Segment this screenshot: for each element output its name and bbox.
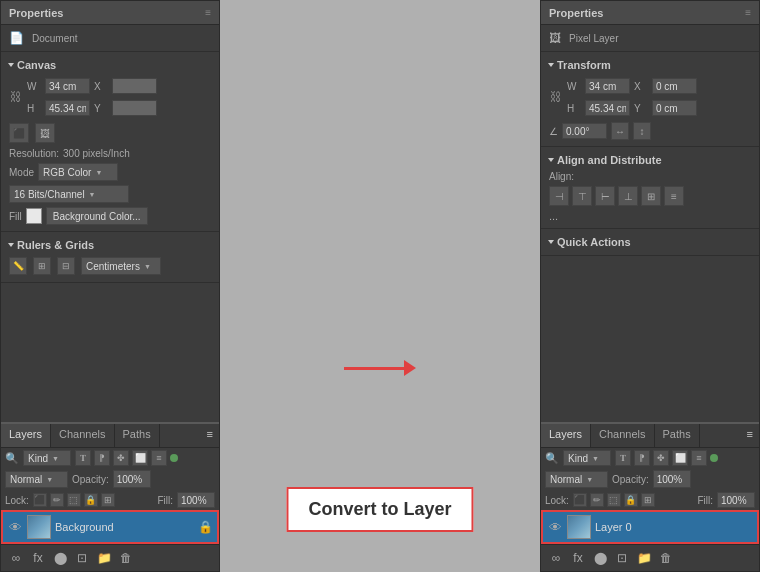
right-bottom-icon4[interactable]: ⊡ <box>613 549 631 567</box>
right-tab-channels[interactable]: Channels <box>591 424 654 447</box>
right-h-input[interactable] <box>585 100 630 116</box>
left-bottom-icon4[interactable]: ⊡ <box>73 549 91 567</box>
left-blend-dropdown[interactable]: Normal <box>5 471 68 488</box>
align-btn2[interactable]: ⊤ <box>572 186 592 206</box>
right-bottom-icon3[interactable]: ⬤ <box>591 549 609 567</box>
left-lock-icon4[interactable]: 🔒 <box>84 493 98 507</box>
right-lock-label: Lock: <box>545 495 569 506</box>
left-layer-lock-icon: 🔒 <box>198 520 213 534</box>
left-filter1[interactable]: 𝐓 <box>75 450 91 466</box>
left-bottom-icon1[interactable]: ∞ <box>7 549 25 567</box>
left-lock-icon1[interactable]: ⬛ <box>33 493 47 507</box>
right-layer-eye-icon[interactable]: 👁 <box>547 519 563 535</box>
right-w-label: W <box>567 81 581 92</box>
align-more: ... <box>549 208 751 224</box>
right-x-input[interactable] <box>652 78 697 94</box>
right-w-input[interactable] <box>585 78 630 94</box>
rotate-icon1[interactable]: ↔ <box>611 122 629 140</box>
right-bottom-icon1[interactable]: ∞ <box>547 549 565 567</box>
wh-link-icon: ⛓ <box>9 87 23 107</box>
right-panel-menu-icon[interactable]: ≡ <box>745 7 751 18</box>
arrow-line <box>344 367 404 370</box>
rotate-input[interactable] <box>562 123 607 139</box>
left-background-layer[interactable]: 👁 Background 🔒 <box>1 510 219 544</box>
left-opacity-input[interactable] <box>113 470 151 488</box>
left-filter-dot <box>170 454 178 462</box>
right-opacity-label: Opacity: <box>612 474 649 485</box>
canvas-icon1[interactable]: ⬛ <box>9 123 29 143</box>
left-layer-eye-icon[interactable]: 👁 <box>7 519 23 535</box>
mode-dropdown[interactable]: RGB Color <box>38 163 118 181</box>
ruler-unit-dropdown[interactable]: Centimeters <box>81 257 161 275</box>
right-filter2[interactable]: ⁋ <box>634 450 650 466</box>
right-y-input[interactable] <box>652 100 697 116</box>
right-pixel-label: Pixel Layer <box>569 33 618 44</box>
right-filter5[interactable]: ≡ <box>691 450 707 466</box>
left-lock-icon5[interactable]: ⊞ <box>101 493 115 507</box>
canvas-h-input[interactable] <box>45 100 90 116</box>
left-fill-input[interactable] <box>177 492 215 508</box>
left-bottom-icon2[interactable]: fx <box>29 549 47 567</box>
right-fill-label: Fill: <box>697 495 713 506</box>
left-kind-dropdown[interactable]: Kind <box>23 450 71 466</box>
right-lock-icon4[interactable]: 🔒 <box>624 493 638 507</box>
left-lock-icon2[interactable]: ✏ <box>50 493 64 507</box>
center-area: Convert to Layer <box>220 0 540 572</box>
right-filter1[interactable]: 𝐓 <box>615 450 631 466</box>
right-tab-layers[interactable]: Layers <box>541 424 591 447</box>
right-layers-menu[interactable]: ≡ <box>741 424 759 447</box>
right-filter4[interactable]: ⬜ <box>672 450 688 466</box>
canvas-icon2[interactable]: 🖼 <box>35 123 55 143</box>
left-bottom-icon6[interactable]: 🗑 <box>117 549 135 567</box>
left-lock-icon3[interactable]: ⬚ <box>67 493 81 507</box>
ruler-icon2[interactable]: ⊞ <box>33 257 51 275</box>
ruler-icon3[interactable]: ⊟ <box>57 257 75 275</box>
fill-color-swatch[interactable] <box>26 208 42 224</box>
left-filter2[interactable]: ⁋ <box>94 450 110 466</box>
right-blend-dropdown[interactable]: Normal <box>545 471 608 488</box>
left-panel-menu-icon[interactable]: ≡ <box>205 7 211 18</box>
right-lock-icon5[interactable]: ⊞ <box>641 493 655 507</box>
left-tab-paths[interactable]: Paths <box>115 424 160 447</box>
right-kind-dropdown[interactable]: Kind <box>563 450 611 466</box>
canvas-x-input[interactable] <box>112 78 157 94</box>
left-tab-channels[interactable]: Channels <box>51 424 114 447</box>
right-fill-input[interactable] <box>717 492 755 508</box>
left-filter4[interactable]: ⬜ <box>132 450 148 466</box>
right-opacity-input[interactable] <box>653 470 691 488</box>
align-btn3[interactable]: ⊢ <box>595 186 615 206</box>
right-filter3[interactable]: ✤ <box>653 450 669 466</box>
left-filter5[interactable]: ≡ <box>151 450 167 466</box>
left-bottom-icon5[interactable]: 📁 <box>95 549 113 567</box>
right-lock-icon2[interactable]: ✏ <box>590 493 604 507</box>
right-layer0-item[interactable]: 👁 Layer 0 <box>541 510 759 544</box>
right-bottom-icon6[interactable]: 🗑 <box>657 549 675 567</box>
transform-triangle-icon <box>548 63 554 67</box>
right-tab-paths[interactable]: Paths <box>655 424 700 447</box>
right-bottom-icon2[interactable]: fx <box>569 549 587 567</box>
right-lock-icon3[interactable]: ⬚ <box>607 493 621 507</box>
left-doc-row: 📄 Document <box>9 29 211 47</box>
canvas-w-input[interactable] <box>45 78 90 94</box>
left-layers-menu[interactable]: ≡ <box>201 424 219 447</box>
bit-dropdown[interactable]: 16 Bits/Channel <box>9 185 129 203</box>
fill-button[interactable]: Background Color... <box>46 207 148 225</box>
left-bottom-icon3[interactable]: ⬤ <box>51 549 69 567</box>
rotate-icon2[interactable]: ↕ <box>633 122 651 140</box>
quick-triangle-icon <box>548 240 554 244</box>
canvas-y-input[interactable] <box>112 100 157 116</box>
right-panel: Properties ≡ 🖼 Pixel Layer Transform ⛓ W <box>540 0 760 572</box>
align-btn4[interactable]: ⊥ <box>618 186 638 206</box>
align-btn5[interactable]: ⊞ <box>641 186 661 206</box>
rotate-row: ∠ ↔ ↕ <box>549 120 751 142</box>
right-bottom-icon5[interactable]: 📁 <box>635 549 653 567</box>
transform-label: Transform <box>557 59 611 71</box>
align-btn6[interactable]: ≡ <box>664 186 684 206</box>
left-canvas-section: Canvas ⛓ W X H Y <box>1 52 219 232</box>
right-lock-icon1[interactable]: ⬛ <box>573 493 587 507</box>
left-tab-layers[interactable]: Layers <box>1 424 51 447</box>
align-btn1[interactable]: ⊣ <box>549 186 569 206</box>
ruler-icon1[interactable]: 📏 <box>9 257 27 275</box>
left-filter3[interactable]: ✤ <box>113 450 129 466</box>
left-search-row: 🔍 Kind 𝐓 ⁋ ✤ ⬜ ≡ <box>1 448 219 468</box>
